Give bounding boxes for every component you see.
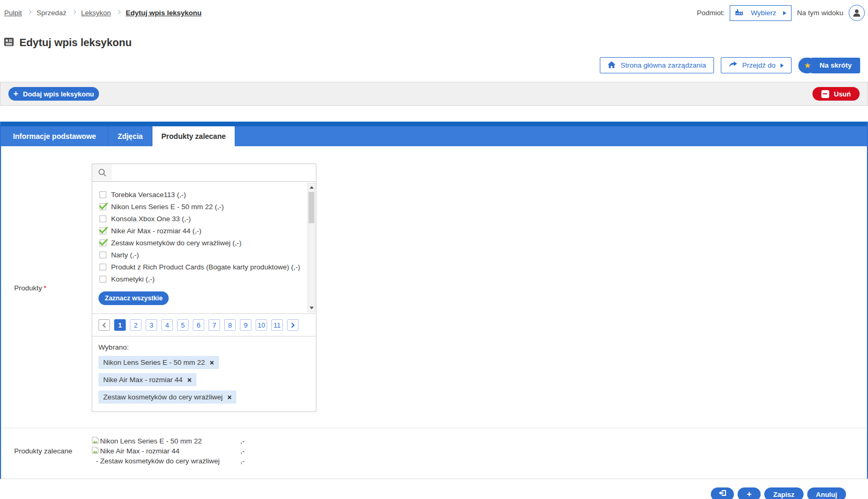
breadcrumb-chevron-icon: [27, 10, 31, 14]
minus-icon: [821, 90, 829, 98]
search-icon: [92, 164, 112, 181]
recommended-item-label: Nikon Lens Series E - 50 mm 22: [100, 437, 202, 445]
selected-tag: Nikon Lens Series E - 50 mm 22 ×: [98, 356, 219, 369]
podmiot-label: Podmiot:: [697, 9, 724, 17]
product-option-label: Nike Air Max - rozmiar 44 (,-): [111, 227, 202, 235]
broken-image-icon: [92, 447, 99, 455]
checkbox[interactable]: [100, 227, 106, 234]
remove-tag-icon[interactable]: ×: [227, 394, 232, 401]
select-all-button[interactable]: Zaznacz wszystkie: [98, 291, 169, 305]
save-button[interactable]: Zapisz: [764, 487, 803, 499]
expand-arrow-icon: [783, 11, 786, 15]
person-icon: [852, 8, 862, 18]
pagination-page[interactable]: 1: [114, 319, 126, 331]
product-option[interactable]: Nike Air Max - rozmiar 44 (,-): [92, 225, 304, 237]
checkbox[interactable]: [100, 203, 106, 210]
wybierz-button[interactable]: Wybierz: [730, 5, 792, 21]
pagination-page[interactable]: 10: [256, 319, 267, 331]
checkbox[interactable]: [100, 240, 106, 246]
required-mark: *: [43, 284, 46, 292]
tab-zdjecia[interactable]: Zdjęcia: [108, 126, 152, 146]
tab-bar: Informacje podstawowe Zdjęcia Produkty z…: [1, 126, 867, 146]
products-multiselect: Torebka Versace113 (,-) Nikon Lens Serie…: [92, 164, 316, 412]
toolbar: + Dodaj wpis leksykonu Usuń: [0, 82, 868, 106]
selected-products: Wybrano: Nikon Lens Series E - 50 mm 22 …: [92, 337, 316, 411]
shortcuts-button[interactable]: ★ Na skróty: [798, 58, 860, 73]
viewers-label: Na tym widoku: [797, 9, 843, 17]
pagination-page[interactable]: 8: [224, 319, 236, 331]
product-option[interactable]: Konsola Xbox One 33 (,-): [92, 213, 304, 225]
recommended-item-label: - Zestaw kosmetyków do cery wrażliwej: [96, 457, 219, 465]
pagination-next[interactable]: [287, 319, 299, 331]
product-option[interactable]: Kosmetyki (,-): [92, 273, 304, 285]
remove-tag-icon[interactable]: ×: [210, 359, 214, 366]
recommended-item: - Zestaw kosmetyków do cery wrażliwej ,-: [92, 457, 245, 465]
pagination-page[interactable]: 3: [146, 319, 157, 331]
pagination-page[interactable]: 2: [130, 319, 141, 331]
expand-arrow-icon: [781, 63, 784, 68]
page-title: Edytuj wpis leksykonu: [19, 37, 132, 49]
add-lexicon-entry-label: Dodaj wpis leksykonu: [23, 90, 94, 98]
recommended-label: Produkty zalecane: [1, 447, 92, 455]
pagination-page[interactable]: 4: [161, 319, 173, 331]
product-list: Torebka Versace113 (,-) Nikon Lens Serie…: [92, 182, 316, 313]
save-and-close-button[interactable]: [711, 487, 734, 499]
delete-button[interactable]: Usuń: [812, 87, 860, 101]
pagination-page[interactable]: 11: [271, 319, 283, 331]
recommended-item-label: Nike Air Max - rozmiar 44: [100, 447, 180, 455]
top-bar: Pulpit Sprzedaż Leksykon Edytuj wpis lek…: [0, 0, 868, 21]
product-option-label: Zestaw kosmetyków do cery wrażliwej (,-): [111, 239, 241, 247]
scrollbar[interactable]: [307, 183, 315, 312]
product-option[interactable]: Zestaw kosmetyków do cery wrażliwej (,-): [92, 237, 304, 249]
recommended-item: Nike Air Max - rozmiar 44 ,-: [92, 447, 245, 455]
pagination-prev[interactable]: [98, 319, 110, 331]
recommended-item-price: ,-: [240, 437, 245, 445]
checkbox[interactable]: [100, 191, 106, 198]
product-option-label: Nikon Lens Series E - 50 mm 22 (,-): [111, 203, 224, 211]
delete-label: Usuń: [834, 90, 851, 98]
product-option-label: Produkt z Rich Product Cards (Bogate kar…: [111, 263, 300, 271]
save-and-add-button[interactable]: +: [738, 487, 761, 499]
pagination-page[interactable]: 9: [240, 319, 251, 331]
management-home-label: Strona główna zarządzania: [621, 61, 706, 69]
forward-arrow-icon: [729, 61, 737, 69]
tab-produkty-zalecane[interactable]: Produkty zalecane: [152, 126, 235, 146]
product-option[interactable]: Produkt z Rich Product Cards (Bogate kar…: [92, 261, 304, 273]
checkbox[interactable]: [100, 264, 106, 270]
product-option[interactable]: Narty (,-): [92, 249, 304, 261]
checkbox[interactable]: [100, 215, 106, 222]
tab-informacje-podstawowe[interactable]: Informacje podstawowe: [1, 126, 108, 146]
recommended-item-price: ,-: [240, 457, 245, 465]
product-option[interactable]: Torebka Versace113 (,-): [92, 189, 304, 201]
pagination-page[interactable]: 5: [177, 319, 189, 331]
remove-tag-icon[interactable]: ×: [188, 376, 192, 384]
scroll-up-icon[interactable]: [308, 183, 315, 191]
scrollbar-thumb[interactable]: [309, 192, 314, 223]
pagination-page[interactable]: 7: [208, 319, 220, 331]
add-lexicon-entry-button[interactable]: + Dodaj wpis leksykonu: [8, 87, 99, 101]
selected-tag: Zestaw kosmetyków do cery wrażliwej ×: [98, 390, 236, 404]
product-option-label: Torebka Versace113 (,-): [111, 191, 186, 199]
goto-button[interactable]: Przejdź do: [721, 57, 792, 73]
goto-label: Przejdź do: [742, 61, 776, 69]
cancel-button[interactable]: Anuluj: [807, 487, 846, 499]
scroll-down-icon[interactable]: [308, 304, 315, 312]
avatar[interactable]: [849, 5, 865, 21]
breadcrumb: Pulpit Sprzedaż Leksykon Edytuj wpis lek…: [4, 9, 202, 17]
product-option[interactable]: Nikon Lens Series E - 50 mm 22 (,-): [92, 201, 304, 213]
edit-panel: Informacje podstawowe Zdjęcia Produkty z…: [0, 122, 868, 479]
pagination-page[interactable]: 6: [193, 319, 204, 331]
product-search-input[interactable]: [112, 164, 316, 181]
management-home-button[interactable]: Strona główna zarządzania: [600, 57, 714, 73]
products-field-label: Produkty*: [1, 284, 92, 292]
breadcrumb-leksykon[interactable]: Leksykon: [81, 9, 111, 17]
breadcrumb-chevron-icon: [72, 10, 76, 14]
checkbox[interactable]: [100, 252, 106, 258]
breadcrumb-current: Edytuj wpis leksykonu: [126, 9, 202, 17]
checkbox[interactable]: [100, 276, 106, 283]
product-option-label: Konsola Xbox One 33 (,-): [111, 215, 191, 223]
breadcrumb-pulpit[interactable]: Pulpit: [4, 9, 22, 17]
plus-icon: +: [13, 90, 18, 98]
broken-image-icon: [92, 437, 99, 446]
wybierz-label: Wybierz: [751, 9, 776, 17]
